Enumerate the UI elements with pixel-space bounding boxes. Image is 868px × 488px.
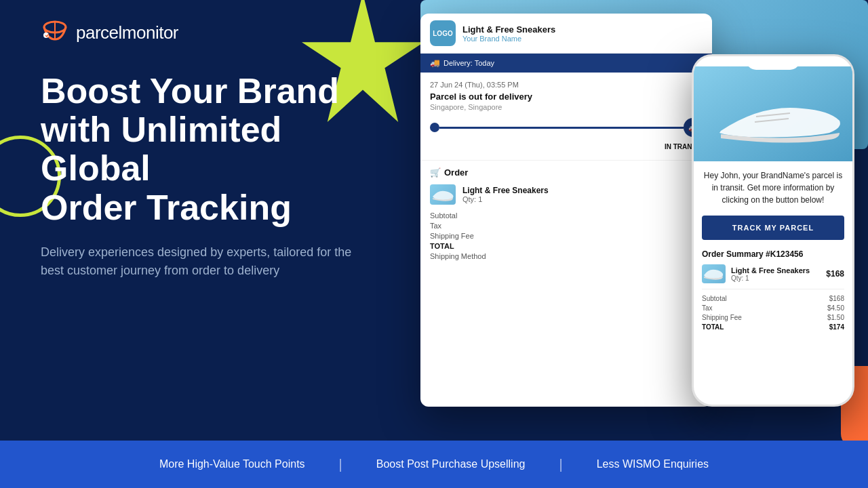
phone-notch [746, 56, 800, 70]
headline: Boost Your Brand with Unlimited Global O… [41, 72, 387, 227]
hero-subtext: Delivery experiences designed by experts… [41, 243, 366, 280]
phone-header-image [694, 66, 852, 161]
phone-item-info: Light & Free Sneakers Qty: 1 [731, 266, 810, 282]
delivery-label: Delivery: Today [443, 59, 494, 67]
logo-icon [41, 20, 69, 45]
order-summary-title: Order Summary #K123456 [702, 249, 844, 259]
bottom-bar: More High-Value Touch Points | Boost Pos… [0, 441, 868, 488]
phone-product-price: $168 [826, 269, 844, 279]
subtotal-row: Subtotal [430, 211, 703, 220]
phone-mockup: Hey John, your BrandName's parcel is in … [692, 54, 854, 407]
tablet-tracking: 27 Jun 24 (Thu), 03:55 PM Parcel is out … [420, 73, 712, 160]
progress-line [439, 127, 684, 129]
order-sneaker-icon [430, 184, 456, 205]
content-area: parcelmonitor Boost Your Brand with Unli… [0, 0, 868, 441]
phone-sneaker-thumb [702, 264, 726, 283]
brand-name: Light & Free Sneakers [462, 24, 555, 35]
order-summary-rows: Subtotal Tax Shipping Fee TOTAL Shipping [430, 211, 703, 260]
phone-shipping-row: Shipping Fee $1.50 [702, 314, 844, 321]
brand-logo-box: LOGO [430, 20, 456, 46]
bottom-item-3: Less WISMO Enquiries [563, 458, 743, 470]
main-container: parcelmonitor Boost Your Brand with Unli… [0, 0, 868, 488]
headline-line1: Boost Your Brand [41, 71, 339, 110]
phone-total-row: TOTAL $174 [702, 323, 844, 331]
phone-item-image [702, 264, 726, 283]
order-product-qty: Qty: 1 [462, 195, 549, 203]
phone-subtotal-row: Subtotal $168 [702, 295, 844, 302]
phone-content: Hey John, your BrandName's parcel is in … [694, 161, 852, 341]
phone-order-left: Light & Free Sneakers Qty: 1 [702, 264, 810, 283]
bottom-divider-1: | [339, 457, 342, 472]
bottom-item-2: Boost Post Purchase Upselling [342, 458, 559, 470]
left-panel: parcelmonitor Boost Your Brand with Unli… [0, 0, 420, 441]
truck-icon: 🚚 [430, 58, 440, 68]
tablet-brand-bar: LOGO Light & Free Sneakers Your Brand Na… [420, 14, 712, 54]
order-item-details: Light & Free Sneakers Qty: 1 [462, 186, 549, 203]
tracking-location: Singapore, Singapore [430, 103, 703, 111]
phone-sneaker-image [694, 66, 852, 161]
logo-area: parcelmonitor [41, 20, 387, 45]
order-item-image [430, 184, 456, 205]
headline-line3: Order Tracking [41, 188, 292, 227]
brand-info: Light & Free Sneakers Your Brand Name [462, 24, 555, 43]
shipping-method-row: Shipping Method [430, 252, 703, 260]
shipping-row: Shipping Fee [430, 232, 703, 240]
phone-product-name: Light & Free Sneakers [731, 266, 810, 274]
phone-product-qty: Qty: 1 [731, 274, 810, 282]
right-panel: LOGO Light & Free Sneakers Your Brand Na… [420, 0, 868, 441]
total-row: TOTAL [430, 242, 703, 250]
order-item: Light & Free Sneakers Qty: 1 [430, 184, 703, 205]
phone-summary-rows: Subtotal $168 Tax $4.50 Shipping Fee $1.… [702, 289, 844, 331]
brand-sub: Your Brand Name [462, 35, 555, 43]
cart-icon: 🛒 [430, 167, 441, 178]
logo-placeholder: LOGO [433, 30, 452, 37]
brand-logo-text: parcelmonitor [76, 22, 178, 43]
track-button[interactable]: TRACK MY PARCEL [702, 216, 844, 240]
headline-line2: with Unlimited Global [41, 110, 281, 188]
progress-start-dot [430, 123, 439, 132]
phone-order-item: Light & Free Sneakers Qty: 1 $168 [702, 264, 844, 283]
order-product-name: Light & Free Sneakers [462, 186, 549, 195]
tablet-mockup: LOGO Light & Free Sneakers Your Brand Na… [420, 14, 712, 407]
tracking-timestamp: 27 Jun 24 (Thu), 03:55 PM [430, 81, 703, 89]
progress-bar-area: 🚚 [430, 118, 703, 137]
bottom-item-1: More High-Value Touch Points [125, 458, 339, 470]
tracking-status: Parcel is out for delivery [430, 92, 703, 102]
tax-row: Tax [430, 222, 703, 230]
phone-message: Hey John, your BrandName's parcel is in … [702, 169, 844, 206]
delivery-bar: 🚚 Delivery: Today [420, 54, 712, 73]
order-section: 🛒 Order Light & Free Sneakers [420, 160, 712, 269]
order-title: 🛒 Order [430, 167, 703, 178]
bottom-divider-2: | [559, 457, 562, 472]
phone-tax-row: Tax $4.50 [702, 304, 844, 312]
